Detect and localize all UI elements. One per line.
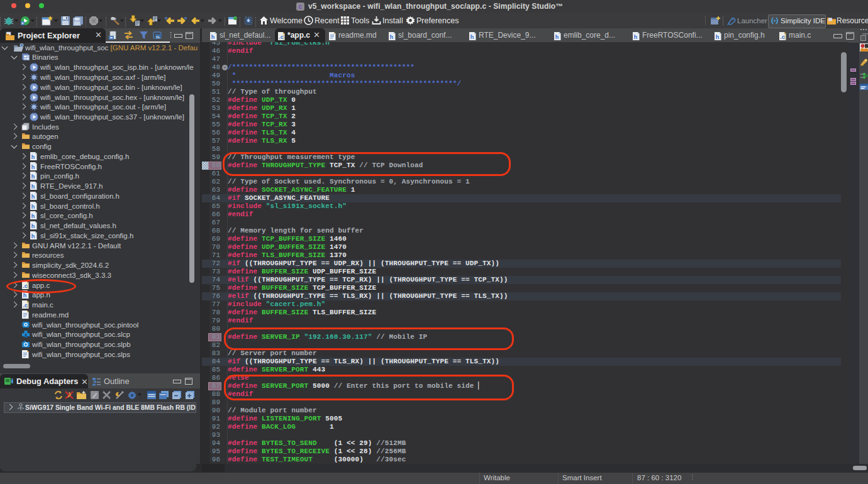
svg-text:h: h: [470, 34, 474, 40]
svg-text:h: h: [31, 173, 35, 180]
svg-text:h: h: [31, 163, 35, 170]
svg-text:h: h: [31, 223, 35, 229]
svg-text:.c: .c: [23, 302, 28, 309]
svg-text:h: h: [390, 34, 394, 40]
svg-text:.c: .c: [780, 34, 785, 40]
svg-text:h: h: [31, 184, 35, 190]
svg-text:h: h: [716, 34, 720, 40]
svg-text:h: h: [31, 153, 35, 160]
svg-text:SL: SL: [156, 35, 161, 39]
svg-text:h: h: [211, 34, 215, 40]
svg-text:.c: .c: [279, 34, 284, 40]
svg-text:h: h: [31, 203, 35, 209]
svg-text:h: h: [31, 233, 35, 239]
svg-text:h: h: [634, 34, 638, 40]
svg-text:h: h: [555, 34, 559, 40]
svg-text:h: h: [23, 292, 27, 299]
svg-text:h: h: [31, 193, 35, 199]
svg-text:h: h: [31, 213, 35, 219]
